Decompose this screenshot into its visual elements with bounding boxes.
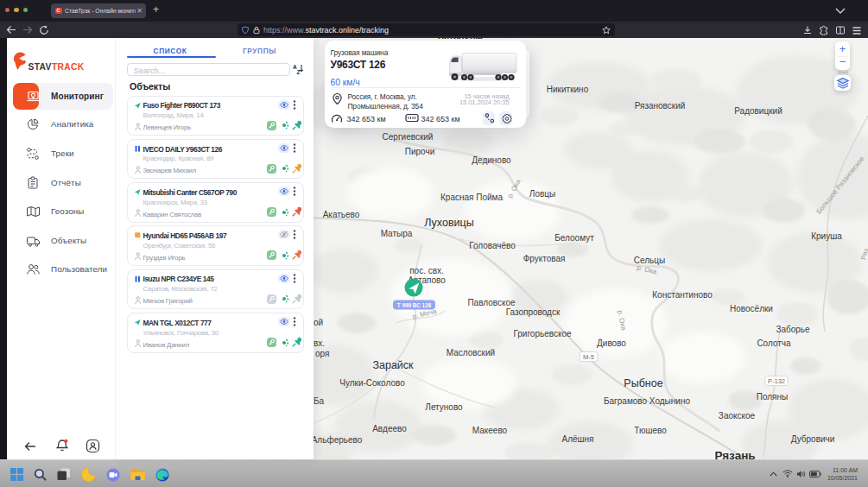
svg-text:Макеево: Макеево bbox=[472, 426, 508, 435]
svg-text:Поляны: Поляны bbox=[757, 392, 789, 402]
svg-text:Авдеево: Авдеево bbox=[372, 424, 407, 433]
svg-text:Дивово: Дивово bbox=[597, 338, 626, 348]
svg-text:Алёшня: Алёшня bbox=[561, 434, 593, 444]
svg-text:TRACK: TRACK bbox=[52, 62, 85, 72]
svg-text:М-5: М-5 bbox=[583, 353, 594, 361]
svg-text:Сергиевский: Сергиевский bbox=[383, 132, 434, 142]
svg-text:Белоомут: Белоомут bbox=[554, 233, 594, 243]
svg-text:ой: ой bbox=[314, 318, 323, 327]
svg-text:Баграмово Ходынино: Баграмово Ходынино bbox=[604, 396, 690, 406]
svg-text:Рязановский: Рязановский bbox=[635, 101, 686, 111]
svg-text:Пирочи: Пирочи bbox=[405, 147, 434, 156]
svg-text:Акатьево: Акатьево bbox=[323, 210, 360, 219]
svg-text:оря: оря bbox=[315, 349, 329, 358]
svg-text:Матыра: Матыра bbox=[381, 229, 413, 238]
svg-text:Заокское: Заокское bbox=[719, 411, 756, 421]
svg-text:вх.: вх. bbox=[314, 338, 325, 348]
svg-text:Альферьево: Альферьево bbox=[314, 435, 363, 445]
svg-text:Чулки-Соколово: Чулки-Соколово bbox=[339, 378, 405, 388]
svg-text:Т 999 ВС 126: Т 999 ВС 126 bbox=[397, 302, 432, 308]
svg-text:пос. свх.: пос. свх. bbox=[409, 266, 444, 275]
svg-text:Дубровичи: Дубровичи bbox=[791, 434, 835, 444]
svg-text:Летуново: Летуново bbox=[425, 402, 463, 412]
svg-text:Заборье: Заборье bbox=[776, 325, 810, 334]
svg-text:Никиткино: Никиткино bbox=[547, 85, 589, 94]
svg-text:Газопроводск: Газопроводск bbox=[506, 307, 561, 317]
svg-text:Григорьевское: Григорьевское bbox=[513, 329, 572, 338]
svg-text:Зарайск: Зарайск bbox=[372, 359, 414, 371]
svg-text:Радовицкий: Радовицкий bbox=[734, 106, 782, 116]
svg-text:Ба: Ба bbox=[314, 396, 325, 406]
svg-text:Криуша: Криуша bbox=[811, 231, 842, 241]
svg-text:Луховицы: Луховицы bbox=[424, 217, 473, 229]
svg-text:Павловское: Павловское bbox=[467, 298, 516, 307]
svg-text:Ловцы: Ловцы bbox=[529, 189, 555, 199]
svg-text:Константиново: Константиново bbox=[652, 290, 713, 300]
svg-text:STAV: STAV bbox=[29, 62, 52, 72]
svg-text:Головачёво: Головачёво bbox=[469, 241, 516, 250]
svg-text:Красная Пойма: Красная Пойма bbox=[440, 193, 503, 202]
svg-text:Дединово: Дединово bbox=[472, 155, 511, 165]
svg-text:Рыбное: Рыбное bbox=[624, 377, 662, 389]
svg-text:Z: Z bbox=[297, 69, 301, 75]
svg-text:Тюшево: Тюшево bbox=[634, 426, 667, 435]
svg-text:Новосёлки: Новосёлки bbox=[730, 304, 773, 313]
svg-text:Масловский: Масловский bbox=[447, 348, 495, 357]
svg-text:Фруктовая: Фруктовая bbox=[523, 254, 566, 263]
svg-text:Рязань: Рязань bbox=[714, 449, 755, 459]
svg-text:Р-132: Р-132 bbox=[768, 377, 785, 385]
svg-text:Солотча: Солотча bbox=[757, 338, 791, 348]
